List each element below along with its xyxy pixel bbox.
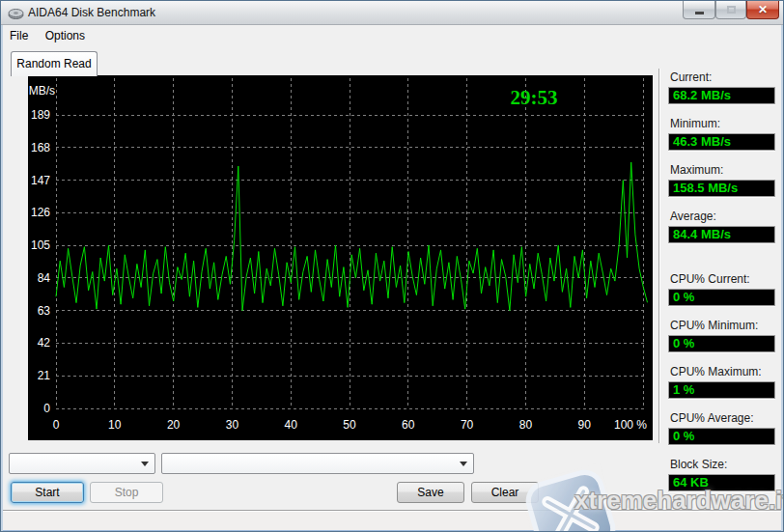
maximize-icon <box>727 6 736 14</box>
stat-value: 0 % <box>668 428 775 445</box>
svg-text:0: 0 <box>53 418 60 432</box>
stat-value: 1 % <box>668 381 775 399</box>
stat-label: Average: <box>668 210 775 223</box>
svg-text:10: 10 <box>108 418 122 432</box>
stat-label: CPU% Maximum: <box>668 365 775 378</box>
chevron-down-icon <box>141 462 149 466</box>
stat-value: 0 % <box>668 289 775 306</box>
svg-text:70: 70 <box>461 418 474 432</box>
stat-value: 64 KB <box>668 474 775 491</box>
window-titlebar[interactable]: AIDA64 Disk Benchmark ✕ <box>1 1 783 25</box>
svg-text:0: 0 <box>43 402 50 415</box>
svg-text:50: 50 <box>343 418 356 432</box>
svg-text:60: 60 <box>402 418 415 432</box>
svg-text:63: 63 <box>38 304 51 318</box>
stat-label: Block Size: <box>668 458 775 471</box>
menu-bar: File Options <box>3 26 783 45</box>
stat-label: CPU% Current: <box>668 272 775 286</box>
stat-current: Current: 68.2 MB/s <box>668 70 775 104</box>
chart-canvas: 021426384105126147168189MB/s010203040506… <box>28 75 653 440</box>
stat-label: CPU% Minimum: <box>668 319 775 332</box>
clear-button[interactable]: Clear <box>471 482 539 503</box>
stat-label: Current: <box>668 70 775 84</box>
stat-label: Maximum: <box>668 163 775 177</box>
svg-text:90: 90 <box>578 418 592 432</box>
svg-text:MB/s: MB/s <box>29 84 55 98</box>
svg-text:80: 80 <box>519 418 533 432</box>
minimize-button[interactable] <box>683 1 715 19</box>
svg-text:84: 84 <box>38 271 51 285</box>
benchmark-type-select[interactable]: Random Read <box>9 453 155 474</box>
stat-cpu-current: CPU% Current: 0 % <box>668 272 775 306</box>
stop-button: Stop <box>90 482 163 503</box>
window-frame-left <box>1 1 3 531</box>
tab-random-read[interactable]: Random Read <box>11 51 98 76</box>
stat-cpu-maximum: CPU% Maximum: 1 % <box>668 365 775 399</box>
start-button[interactable]: Start <box>11 482 84 503</box>
stat-label: CPU% Average: <box>668 411 775 425</box>
svg-text:189: 189 <box>31 108 50 122</box>
disk-icon <box>8 5 24 21</box>
drive-select[interactable]: Disk Drive #0 [SAMSUNG HD154UI] (1397.3 … <box>161 453 474 474</box>
svg-text:30: 30 <box>226 418 239 432</box>
minimize-icon <box>695 12 704 14</box>
svg-text:168: 168 <box>31 141 50 154</box>
svg-text:20: 20 <box>167 418 181 432</box>
menu-options[interactable]: Options <box>39 26 92 45</box>
stat-cpu-average: CPU% Average: 0 % <box>668 411 775 445</box>
svg-text:40: 40 <box>285 418 298 432</box>
benchmark-chart: 021426384105126147168189MB/s010203040506… <box>28 75 653 440</box>
stat-block-size: Block Size: 64 KB <box>668 458 775 491</box>
status-bar <box>1 510 784 530</box>
window-title: AIDA64 Disk Benchmark <box>28 6 155 19</box>
svg-text:29:53: 29:53 <box>511 86 558 109</box>
app-window: AIDA64 Disk Benchmark ✕ File Options Ran… <box>0 0 784 532</box>
stat-value: 84.4 MB/s <box>668 226 775 243</box>
stat-cpu-minimum: CPU% Minimum: 0 % <box>668 319 775 352</box>
stats-panel-divider <box>658 69 659 443</box>
svg-text:100 %: 100 % <box>614 418 647 432</box>
stat-value: 0 % <box>668 335 775 352</box>
stat-value: 68.2 MB/s <box>668 87 775 104</box>
svg-text:42: 42 <box>38 336 51 350</box>
maximize-button <box>715 1 746 19</box>
stat-maximum: Maximum: 158.5 MB/s <box>668 163 775 197</box>
close-button[interactable]: ✕ <box>746 1 779 19</box>
svg-text:147: 147 <box>31 174 50 187</box>
stat-minimum: Minimum: 46.3 MB/s <box>668 117 775 151</box>
svg-text:126: 126 <box>31 206 50 219</box>
svg-text:105: 105 <box>31 238 50 252</box>
menu-file[interactable]: File <box>3 26 35 45</box>
stat-label: Minimum: <box>668 117 775 130</box>
stat-average: Average: 84.4 MB/s <box>668 210 775 243</box>
chevron-down-icon <box>460 462 467 466</box>
svg-text:21: 21 <box>38 369 51 382</box>
window-frame-right <box>781 1 783 531</box>
stat-value: 158.5 MB/s <box>668 180 775 197</box>
save-button[interactable]: Save <box>397 482 464 503</box>
close-icon: ✕ <box>758 4 768 15</box>
stat-value: 46.3 MB/s <box>668 133 775 151</box>
